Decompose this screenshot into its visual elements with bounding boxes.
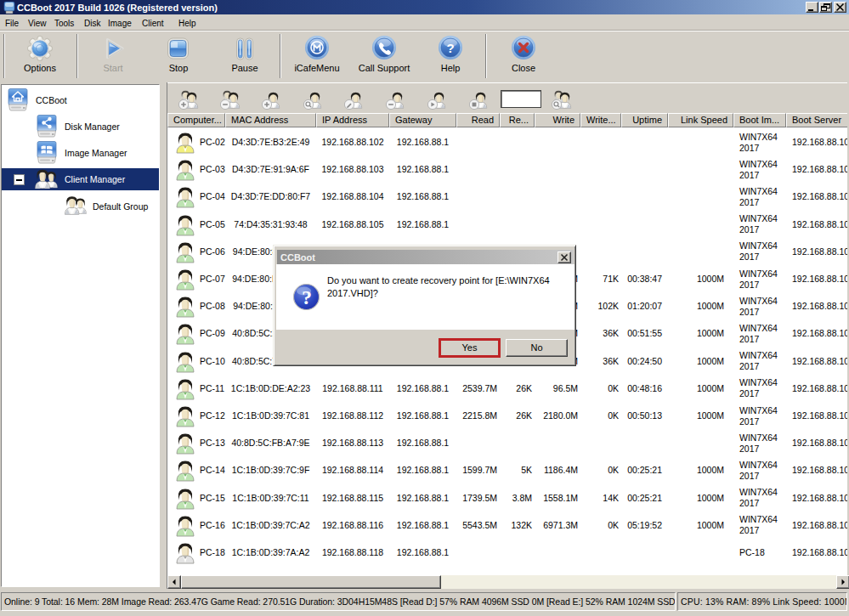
- svg-text:?: ?: [446, 41, 454, 55]
- svg-text:?: ?: [302, 286, 312, 308]
